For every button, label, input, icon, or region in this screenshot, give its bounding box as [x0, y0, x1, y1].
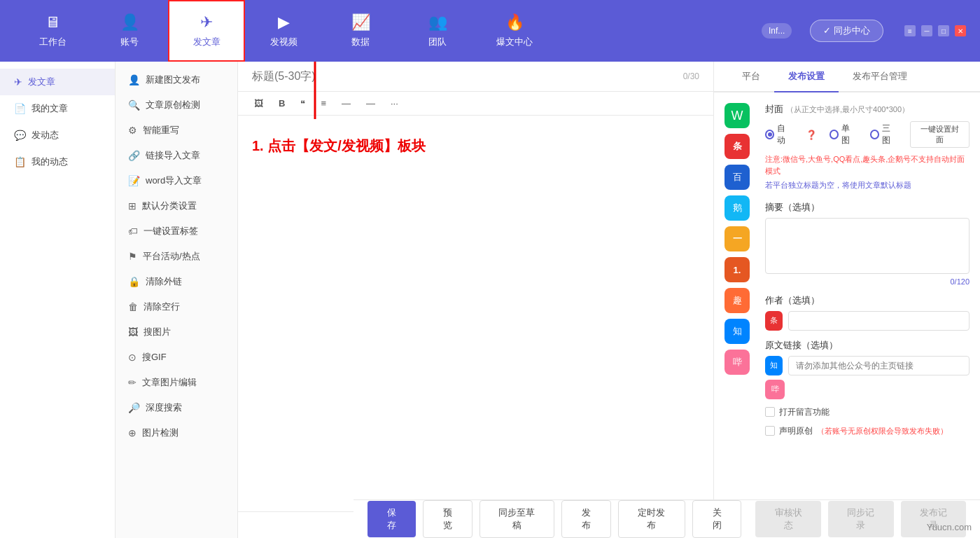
origin-section: 原文链接（选填） 知 — [765, 339, 969, 375]
tool-image-edit[interactable]: ✏ 文章图片编辑 — [115, 370, 237, 395]
platform-qu-icon[interactable]: 趣 — [724, 288, 750, 313]
nav-workbench[interactable]: 🖥 工作台 — [14, 0, 91, 62]
tool-search-gif[interactable]: ⊙ 搜GIF — [115, 345, 237, 370]
platform-toutiao-icon[interactable]: 条 — [724, 134, 750, 159]
watermark: Yuucn.com — [927, 522, 972, 532]
declare-original-label: 声明原创 — [779, 425, 813, 437]
title-input[interactable] — [252, 70, 676, 83]
tool-link-import[interactable]: 🔗 链接导入文章 — [115, 143, 237, 168]
tab-publish-settings[interactable]: 发布设置 — [774, 62, 839, 92]
tool-smart-rewrite-label: 智能重写 — [143, 124, 179, 137]
menu-button[interactable]: ≡ — [904, 25, 916, 36]
tool-image-edit-label: 文章图片编辑 — [142, 376, 197, 389]
open-comment-checkbox[interactable]: 打开留言功能 — [765, 406, 969, 418]
editor-content[interactable] — [238, 116, 713, 490]
nav-post-video[interactable]: ▶ 发视频 — [245, 0, 322, 62]
toutiao-author-icon: 条 — [765, 311, 783, 331]
toolbar-quote-btn[interactable]: ❝ — [295, 96, 310, 111]
radio-single[interactable]: 单图 — [830, 123, 858, 146]
tool-set-tags-label: 一键设置标签 — [144, 225, 198, 237]
declare-original-checkbox[interactable]: 声明原创 （若账号无原创权限会导致发布失败） — [765, 425, 969, 437]
tool-deep-search[interactable]: 🔎 深度搜索 — [115, 395, 237, 420]
toolbar-more-btn[interactable]: ··· — [386, 96, 403, 111]
platform-baijiahao-icon[interactable]: 百 — [724, 165, 750, 190]
nav-workbench-label: 工作台 — [39, 36, 66, 48]
publish-settings-layout: W 条 百 鹅 一 1. 趣 知 哔 — [724, 103, 969, 437]
sync-center-button[interactable]: ✓ 同步中心 — [810, 20, 883, 42]
workbench-icon: 🖥 — [45, 13, 60, 32]
tool-original-detect[interactable]: 🔍 文章原创检测 — [115, 92, 237, 118]
account-icon: 👤 — [120, 13, 139, 32]
platform-zhihu-icon[interactable]: 知 — [724, 319, 750, 344]
cover-radio-group: 自动 ❓ 单图 三图 — [765, 121, 969, 148]
moments-sidebar-icon: 💬 — [14, 130, 26, 141]
tool-default-category-label: 默认分类设置 — [142, 200, 197, 212]
editor-body: 1. 点击【发文/发视频】板块 — [238, 116, 713, 511]
author-section: 作者（选填） 条 — [765, 294, 969, 331]
radio-single-dot — [830, 130, 839, 139]
original-detect-icon: 🔍 — [128, 99, 140, 111]
close-button[interactable]: ✕ — [955, 25, 966, 36]
toolbar-bold-btn[interactable]: B — [274, 96, 290, 111]
origin-platform-row: 知 — [765, 356, 969, 375]
tool-original-detect-label: 文章原创检测 — [146, 99, 200, 111]
deep-search-icon: 🔎 — [128, 402, 140, 413]
my-moments-sidebar-icon: 📋 — [14, 156, 26, 167]
toolbar-list-btn[interactable]: ≡ — [316, 96, 331, 111]
platform-one-icon[interactable]: 1. — [724, 257, 750, 282]
minimize-button[interactable]: ─ — [921, 25, 932, 36]
nav-data-label: 数据 — [351, 36, 370, 48]
sync-draft-button[interactable]: 同步至草稿 — [479, 500, 555, 538]
toolbar-hr1-btn[interactable]: — — [337, 96, 356, 111]
publish-button[interactable]: 发布 — [561, 500, 611, 538]
tool-default-category[interactable]: ⊞ 默认分类设置 — [115, 193, 237, 219]
tab-platform[interactable]: 平台 — [728, 62, 774, 92]
abstract-input[interactable] — [765, 218, 969, 274]
platform-wechat-icon[interactable]: W — [724, 103, 750, 128]
tool-set-tags[interactable]: 🏷 一键设置标签 — [115, 219, 237, 244]
tool-remove-links[interactable]: 🔒 清除外链 — [115, 269, 237, 294]
radio-triple[interactable]: 三图 — [870, 123, 898, 146]
word-import-icon: 📝 — [128, 175, 140, 186]
preview-button[interactable]: 预览 — [423, 500, 472, 538]
one-click-cover-btn[interactable]: 一键设置封面 — [910, 121, 969, 148]
tool-new-image-post-label: 新建图文发布 — [146, 74, 200, 86]
author-input[interactable] — [788, 311, 969, 331]
tool-new-image-post[interactable]: 👤 新建图文发布 — [115, 67, 237, 92]
restore-button[interactable]: □ — [938, 25, 949, 36]
sidebar-item-post-article[interactable]: ✈ 发文章 — [0, 69, 115, 95]
sidebar-item-my-moments[interactable]: 📋 我的动态 — [0, 149, 115, 175]
close-button[interactable]: 关闭 — [692, 500, 742, 538]
tab-platform-management[interactable]: 发布平台管理 — [839, 62, 921, 92]
tool-image-detect[interactable]: ⊕ 图片检测 — [115, 420, 237, 446]
platform-yidian-icon[interactable]: 一 — [724, 226, 750, 251]
platform-penguin-icon[interactable]: 鹅 — [724, 195, 750, 221]
tool-search-image[interactable]: 🖼 搜图片 — [115, 319, 237, 345]
author-label: 作者（选填） — [765, 294, 969, 307]
sidebar-item-moments[interactable]: 💬 发动态 — [0, 122, 115, 149]
platform-bilibili-icon[interactable]: 哔 — [724, 350, 750, 375]
nav-post-article[interactable]: ✈ 发文章 — [168, 0, 245, 62]
tool-remove-blank[interactable]: 🗑 清除空行 — [115, 294, 237, 319]
search-image-icon: 🖼 — [128, 326, 138, 338]
save-button[interactable]: 保存 — [368, 501, 416, 537]
toolbar-hr2-btn[interactable]: — — [361, 96, 380, 111]
tool-platform-activity[interactable]: ⚑ 平台活动/热点 — [115, 244, 237, 269]
explosion-icon: 🔥 — [505, 13, 524, 32]
nav-team[interactable]: 👥 团队 — [399, 0, 476, 62]
tool-word-import[interactable]: 📝 word导入文章 — [115, 168, 237, 193]
radio-triple-dot — [870, 130, 879, 139]
nav-data[interactable]: 📈 数据 — [322, 0, 399, 62]
timed-publish-button[interactable]: 定时发布 — [618, 500, 685, 538]
nav-explosion[interactable]: 🔥 爆文中心 — [476, 0, 553, 62]
sync-log-button: 同步记录 — [828, 501, 894, 537]
user-info: Inf... — [762, 23, 792, 39]
origin-input[interactable] — [788, 356, 969, 375]
toolbar-image-btn[interactable]: 🖼 — [249, 96, 268, 111]
sidebar-item-my-article[interactable]: 📄 我的文章 — [0, 95, 115, 122]
radio-auto[interactable]: 自动 — [765, 123, 793, 146]
tool-smart-rewrite[interactable]: ⚙ 智能重写 — [115, 118, 237, 143]
post-article-sidebar-icon: ✈ — [14, 76, 22, 88]
editor-toolbar: 🖼 B ❝ ≡ — — ··· — [238, 92, 713, 116]
nav-account[interactable]: 👤 账号 — [91, 0, 168, 62]
